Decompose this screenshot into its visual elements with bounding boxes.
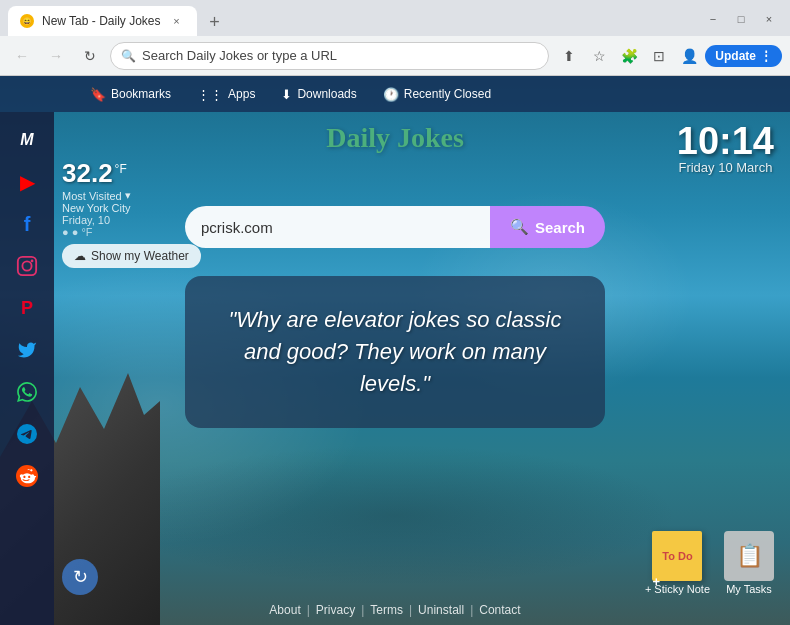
update-menu-icon: ⋮ (760, 49, 772, 63)
search-input[interactable] (185, 206, 490, 248)
bookmarks-bar: 🔖 Bookmarks ⋮⋮ Apps ⬇ Downloads 🕐 Recent… (0, 76, 790, 112)
clock-widget: 10:14 Friday 10 March (677, 122, 774, 175)
refresh-corner-button[interactable]: ↻ (62, 559, 98, 595)
my-tasks-button[interactable]: 📋 My Tasks (724, 531, 774, 595)
refresh-circle-icon: ↻ (62, 559, 98, 595)
clock-time: 10:14 (677, 122, 774, 160)
joke-card: "Why are elevator jokes so classic and g… (185, 276, 605, 428)
pinterest-icon[interactable]: P (7, 288, 47, 328)
forward-button[interactable]: → (42, 42, 70, 70)
bookmark-button[interactable]: ☆ (585, 42, 613, 70)
address-box[interactable]: 🔍 Search Daily Jokes or type a URL (110, 42, 549, 70)
minimize-button[interactable]: − (700, 8, 726, 30)
bookmarks-label: Bookmarks (111, 87, 171, 101)
show-weather-label: Show my Weather (91, 249, 189, 263)
tab-title: New Tab - Daily Jokes (42, 14, 161, 28)
back-button[interactable]: ← (8, 42, 36, 70)
my-tasks-icon: 📋 (724, 531, 774, 581)
cloud-icon: ☁ (74, 249, 86, 263)
youtube-icon[interactable]: ▶ (7, 162, 47, 202)
downloads-item[interactable]: ⬇ Downloads (271, 84, 366, 105)
maximize-button[interactable]: □ (728, 8, 754, 30)
recently-closed-item[interactable]: 🕐 Recently Closed (373, 84, 501, 105)
whatsapp-icon[interactable] (7, 372, 47, 412)
page-title: Daily Jokes (326, 122, 464, 154)
bookmarks-item[interactable]: 🔖 Bookmarks (80, 84, 181, 105)
weather-temperature: 32.2 °F (62, 158, 201, 189)
joke-text: "Why are elevator jokes so classic and g… (221, 304, 569, 400)
footer-privacy-link[interactable]: Privacy (316, 603, 355, 617)
active-tab[interactable]: 😄 New Tab - Daily Jokes × (8, 6, 197, 36)
search-button-icon: 🔍 (510, 218, 529, 236)
reload-button[interactable]: ↻ (76, 42, 104, 70)
most-visited-label: Most Visited (62, 190, 122, 202)
address-bar-row: ← → ↻ 🔍 Search Daily Jokes or type a URL… (0, 36, 790, 76)
footer: About | Privacy | Terms | Uninstall | Co… (269, 603, 520, 617)
new-tab-button[interactable]: + (201, 8, 229, 36)
recently-closed-icon: 🕐 (383, 87, 399, 102)
update-button-label: Update (715, 49, 756, 63)
tab-bar: 😄 New Tab - Daily Jokes × + − □ × (0, 0, 790, 36)
social-sidebar: M ▶ f P (0, 112, 54, 625)
recently-closed-label: Recently Closed (404, 87, 491, 101)
tab-search-button[interactable]: ⊡ (645, 42, 673, 70)
footer-contact-link[interactable]: Contact (479, 603, 520, 617)
facebook-icon[interactable]: f (7, 204, 47, 244)
profile-button[interactable]: 👤 (675, 42, 703, 70)
svg-rect-0 (18, 257, 36, 275)
svg-point-2 (31, 260, 34, 263)
apps-label: Apps (228, 87, 255, 101)
address-text: Search Daily Jokes or type a URL (142, 48, 538, 63)
chrome-frame: 😄 New Tab - Daily Jokes × + − □ × ← → ↻ … (0, 0, 790, 625)
weather-location: New York City (62, 202, 201, 214)
weather-temp-range: ● ● °F (62, 226, 201, 238)
sticky-note-button[interactable]: To Do + Sticky Note (645, 531, 710, 595)
update-button[interactable]: Update ⋮ (705, 45, 782, 67)
apps-item[interactable]: ⋮⋮ Apps (187, 84, 265, 105)
extensions-button[interactable]: 🧩 (615, 42, 643, 70)
twitter-icon[interactable] (7, 330, 47, 370)
weather-unit: °F (115, 162, 127, 176)
share-button[interactable]: ⬆ (555, 42, 583, 70)
search-icon: 🔍 (121, 49, 136, 63)
toolbar-actions: ⬆ ☆ 🧩 ⊡ 👤 Update ⋮ (555, 42, 782, 70)
telegram-icon[interactable] (7, 414, 47, 454)
close-button[interactable]: × (756, 8, 782, 30)
instagram-icon[interactable] (7, 246, 47, 286)
show-weather-button[interactable]: ☁ Show my Weather (62, 244, 201, 268)
my-tasks-label: My Tasks (726, 583, 772, 595)
weather-widget: 32.2 °F Most Visited ▾ New York City Fri… (62, 158, 201, 268)
footer-uninstall-link[interactable]: Uninstall (418, 603, 464, 617)
reddit-icon[interactable] (7, 456, 47, 496)
downloads-label: Downloads (297, 87, 356, 101)
search-area: 🔍 Search (185, 206, 605, 248)
downloads-icon: ⬇ (281, 87, 292, 102)
main-content: 🔖 Bookmarks ⋮⋮ Apps ⬇ Downloads 🕐 Recent… (0, 76, 790, 625)
tab-favicon: 😄 (20, 14, 34, 28)
footer-terms-link[interactable]: Terms (370, 603, 403, 617)
footer-about-link[interactable]: About (269, 603, 300, 617)
clock-date: Friday 10 March (677, 160, 774, 175)
apps-icon: ⋮⋮ (197, 87, 223, 102)
search-button[interactable]: 🔍 Search (490, 206, 605, 248)
search-button-label: Search (535, 219, 585, 236)
sticky-note-icon: To Do (652, 531, 702, 581)
svg-point-1 (22, 261, 31, 270)
gmail-icon[interactable]: M (7, 120, 47, 160)
window-controls: − □ × (700, 8, 782, 36)
weather-date: Friday, 10 (62, 214, 201, 226)
bookmarks-icon: 🔖 (90, 87, 106, 102)
tab-close-button[interactable]: × (169, 13, 185, 29)
dropdown-icon: ▾ (125, 189, 131, 202)
